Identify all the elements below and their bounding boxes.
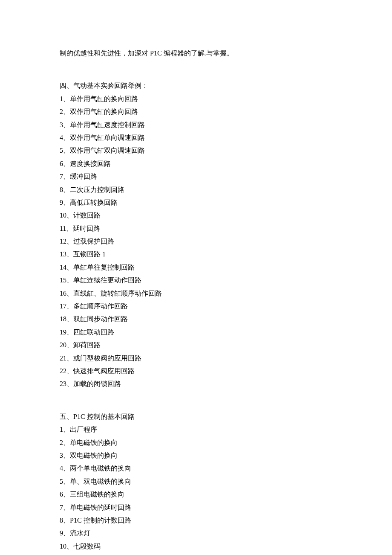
list-item: 7、单电磁铁的延时回路 [60,501,332,514]
list-item: 16、直线缸、旋转缸顺序动作回路 [60,287,332,300]
list-item: 1、单作用气缸的换向回路 [60,93,332,105]
section5-heading: 五、P1C 控制的基本回路 [60,410,332,423]
list-item: 22、快速排气阀应用回路 [60,365,332,378]
list-item: 9、高低压转换回路 [60,196,332,209]
list-item: 2、单电磁铁的换向 [60,436,332,449]
list-item: 18、双缸同步动作回路 [60,313,332,325]
list-item: 4、双作用气缸单向调速回路 [60,131,332,144]
list-item: 8、二次压力控制回路 [60,183,332,196]
list-item: 15、单缸连续往更动作回路 [60,274,332,287]
list-item: 4、两个单电磁铁的换向 [60,462,332,475]
list-item: 11、延时回路 [60,222,332,235]
list-item: 7、缓冲回路 [60,170,332,183]
list-item: 8、P1C 控制的计数回路 [60,514,332,527]
list-item: 21、或门型梭阀的应用回路 [60,352,332,365]
list-item: 10、七段数码 [60,540,332,553]
list-item: 14、单缸单往复控制回路 [60,261,332,274]
intro-fragment: 制的优越性和先进性，加深对 P1C 编程器的了解.与掌握。 [60,47,332,60]
list-item: 17、多缸顺序动作回路 [60,300,332,313]
list-item: 9、流水灯 [60,527,332,540]
list-item: 23、加载的闭锁回路 [60,378,332,390]
section-gap [60,60,332,79]
list-item: 12、过载保护回路 [60,235,332,248]
section-gap [60,391,332,410]
list-item: 19、四缸联动回路 [60,326,332,339]
list-item: 11、P1C 基本编程练习 [60,553,332,555]
list-item: 20、卸荷回路 [60,339,332,352]
list-item: 6、速度换接回路 [60,157,332,170]
list-item: 3、单作用气缸速度控制回路 [60,119,332,131]
list-item: 1、出厂程序 [60,423,332,436]
list-item: 5、双作用气缸双向调速回路 [60,144,332,157]
section4-heading: 四、气动基本实验回路举例： [60,79,332,92]
list-item: 3、双电磁铁的换向 [60,449,332,462]
list-item: 13、互锁回路 1 [60,248,332,261]
list-item: 6、三组电磁铁的换向 [60,488,332,501]
list-item: 5、单、双电磁铁的换向 [60,475,332,488]
list-item: 2、双作用气缸的换向回路 [60,105,332,118]
list-item: 10、计数回路 [60,209,332,222]
